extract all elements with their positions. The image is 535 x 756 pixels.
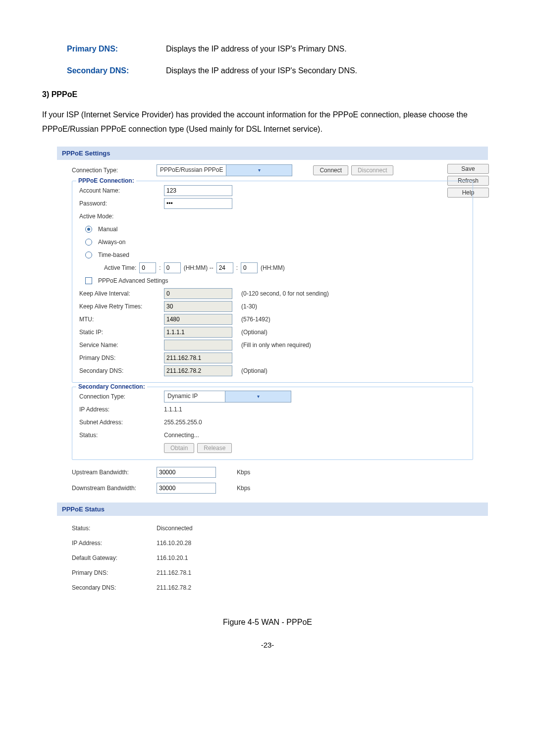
secondary-connection-legend: Secondary Connection:: [76, 383, 147, 390]
connection-type-label: Connection Type:: [72, 167, 154, 174]
sec-ip-label: IP Address:: [79, 406, 161, 413]
secondary-dns-hint: (Optional): [241, 367, 268, 374]
downstream-label: Downstream Bandwidth:: [72, 485, 154, 492]
chevron-down-icon: ▾: [225, 391, 291, 402]
intro-paragraph: If your ISP (Internet Service Provider) …: [42, 108, 493, 137]
secondary-dns-input-label: Secondary DNS:: [79, 367, 161, 374]
active-time-min2[interactable]: [241, 262, 258, 273]
pppoe-connection-legend: PPPoE Connection:: [76, 177, 136, 184]
active-time-hour1[interactable]: [139, 262, 156, 273]
connect-button[interactable]: Connect: [313, 165, 348, 175]
mtu-input[interactable]: [164, 314, 232, 325]
service-name-input[interactable]: [164, 340, 232, 351]
manual-radio[interactable]: [85, 226, 92, 233]
active-mode-label: Active Mode:: [79, 213, 161, 220]
connection-type-value: PPPoE/Russian PPPoE: [157, 165, 226, 176]
disconnect-button[interactable]: Disconnect: [351, 165, 393, 175]
chevron-down-icon: ▾: [226, 165, 292, 176]
sec-subnet-value: 255.255.255.0: [164, 419, 202, 426]
connection-type-select[interactable]: PPPoE/Russian PPPoE ▾: [157, 164, 292, 176]
time-based-radio[interactable]: [85, 252, 92, 258]
section-heading: 3) PPPoE: [42, 90, 493, 99]
sec-conn-type-select[interactable]: Dynamic IP ▾: [164, 391, 291, 403]
time-based-label: Time-based: [98, 252, 129, 258]
sec-conn-type-label: Connection Type:: [79, 393, 161, 400]
status-ip-label: IP Address:: [72, 540, 154, 547]
active-time-mid: (HH:MM) --: [184, 264, 214, 271]
release-button[interactable]: Release: [197, 443, 232, 453]
secondary-dns-desc: Displays the IP address of your ISP's Se…: [166, 66, 357, 75]
keep-alive-interval-input[interactable]: [164, 288, 232, 299]
pppoe-connection-fieldset: PPPoE Connection: Account Name: Password…: [72, 181, 473, 383]
service-name-label: Service Name:: [79, 342, 161, 349]
primary-dns-input[interactable]: [164, 353, 232, 363]
status-gateway-label: Default Gateway:: [72, 554, 154, 561]
sec-ip-value: 1.1.1.1: [164, 406, 182, 413]
status-gateway-value: 116.10.20.1: [157, 554, 188, 561]
upstream-unit: Kbps: [237, 469, 250, 476]
secondary-dns-input[interactable]: [164, 365, 232, 376]
page-number: -23-: [42, 641, 493, 649]
advanced-settings-label: PPPoE Advanced Settings: [98, 277, 168, 284]
primary-dns-definition: Primary DNS: Displays the IP address of …: [42, 45, 493, 53]
keep-alive-retry-input[interactable]: [164, 301, 232, 312]
active-time-min1[interactable]: [164, 262, 181, 273]
pppoe-settings-header: PPPoE Settings: [57, 147, 488, 160]
status-pdns-value: 211.162.78.1: [157, 569, 191, 576]
figure-caption: Figure 4-5 WAN - PPPoE: [42, 618, 493, 627]
account-name-input[interactable]: [164, 185, 232, 196]
save-button[interactable]: Save: [447, 164, 489, 174]
mtu-label: MTU:: [79, 316, 161, 323]
sec-status-label: Status:: [79, 432, 161, 439]
always-on-label: Always-on: [98, 239, 125, 246]
status-status-label: Status:: [72, 525, 154, 532]
upstream-input[interactable]: [157, 467, 216, 478]
upstream-label: Upstream Bandwidth:: [72, 469, 154, 476]
password-label: Password:: [79, 200, 161, 207]
primary-dns-input-label: Primary DNS:: [79, 354, 161, 361]
sec-conn-type-value: Dynamic IP: [164, 391, 225, 402]
static-ip-label: Static IP:: [79, 329, 161, 336]
static-ip-input[interactable]: [164, 327, 232, 338]
always-on-radio[interactable]: [85, 239, 92, 246]
pppoe-status-header: PPPoE Status: [57, 503, 488, 516]
status-pdns-label: Primary DNS:: [72, 569, 154, 576]
account-name-label: Account Name:: [79, 187, 161, 194]
sec-subnet-label: Subnet Address:: [79, 419, 161, 426]
sec-status-value: Connecting...: [164, 432, 199, 439]
active-time-label: Active Time:: [104, 264, 136, 271]
mtu-hint: (576-1492): [241, 316, 270, 323]
password-input[interactable]: [164, 198, 232, 209]
status-status-value: Disconnected: [157, 525, 193, 532]
status-sdns-label: Secondary DNS:: [72, 584, 154, 591]
secondary-dns-label: Secondary DNS:: [42, 66, 166, 75]
static-ip-hint: (Optional): [241, 329, 268, 336]
keep-alive-interval-label: Keep Alive Interval:: [79, 290, 161, 297]
status-sdns-value: 211.162.78.2: [157, 584, 191, 591]
keep-alive-interval-hint: (0-120 second, 0 for not sending): [241, 290, 329, 297]
active-time-hour2[interactable]: [216, 262, 233, 273]
advanced-settings-checkbox[interactable]: [85, 277, 92, 284]
secondary-connection-fieldset: Secondary Connection: Connection Type: D…: [72, 387, 473, 460]
pppoe-settings-screenshot: PPPoE Settings Save Refresh Help Connect…: [57, 147, 488, 603]
status-ip-value: 116.10.20.28: [157, 540, 191, 547]
secondary-dns-definition: Secondary DNS: Displays the IP address o…: [42, 66, 493, 75]
keep-alive-retry-hint: (1-30): [241, 303, 257, 310]
keep-alive-retry-label: Keep Alive Retry Times:: [79, 303, 161, 310]
downstream-unit: Kbps: [237, 485, 250, 492]
active-time-suffix: (HH:MM): [261, 264, 285, 271]
manual-label: Manual: [98, 226, 117, 233]
primary-dns-desc: Displays the IP address of your ISP's Pr…: [166, 45, 347, 53]
primary-dns-label: Primary DNS:: [42, 45, 166, 53]
obtain-button[interactable]: Obtain: [164, 443, 194, 453]
service-name-hint: (Fill in only when required): [241, 342, 311, 349]
downstream-input[interactable]: [157, 483, 216, 494]
